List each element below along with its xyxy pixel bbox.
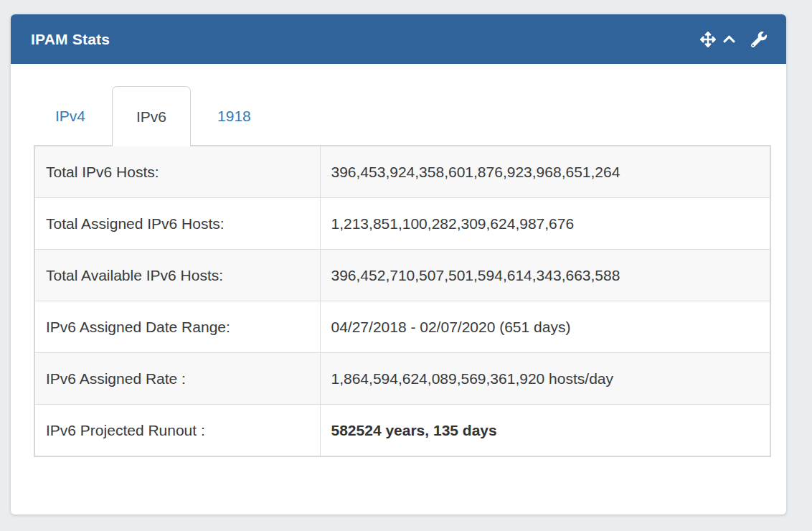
ipv6-stats-table: Total IPv6 Hosts: 396,453,924,358,601,87… [34,145,771,457]
panel-title: IPAM Stats [31,31,110,48]
table-row: IPv6 Projected Runout : 582524 years, 13… [34,405,770,457]
table-row: Total Assigned IPv6 Hosts: 1,213,851,100… [34,198,770,250]
row-value: 1,864,594,624,089,569,361,920 hosts/day [320,353,770,405]
tab-bar: IPv4 IPv6 1918 [31,86,786,145]
table-row: Total IPv6 Hosts: 396,453,924,358,601,87… [34,146,770,198]
tab-label: 1918 [217,108,251,125]
table-row: IPv6 Assigned Rate : 1,864,594,624,089,5… [34,353,770,405]
row-value: 396,453,924,358,601,876,923,968,651,264 [320,146,770,198]
panel-header: IPAM Stats [11,14,786,64]
tab-ipv6[interactable]: IPv6 [112,86,191,146]
table-row: Total Available IPv6 Hosts: 396,452,710,… [34,250,770,301]
row-label: IPv6 Assigned Date Range: [34,301,320,353]
row-label: IPv6 Projected Runout : [34,405,320,457]
row-label: Total Available IPv6 Hosts: [34,250,320,301]
row-value: 1,213,851,100,282,309,624,987,676 [320,198,770,250]
tab-label: IPv4 [55,108,85,125]
panel-body: IPv4 IPv6 1918 Total IPv6 Hosts: 396,453… [11,86,786,457]
row-label: Total IPv6 Hosts: [34,146,320,198]
panel-header-actions [694,32,767,47]
tab-label: IPv6 [136,108,166,126]
row-value: 04/27/2018 - 02/07/2020 (651 days) [320,301,770,353]
row-label: IPv6 Assigned Rate : [34,353,320,405]
tab-1918[interactable]: 1918 [193,86,275,145]
table-row: IPv6 Assigned Date Range: 04/27/2018 - 0… [34,301,770,353]
move-icon[interactable] [700,32,716,47]
row-value: 582524 years, 135 days [320,405,770,457]
collapse-icon[interactable] [722,32,736,46]
page-background: IPAM Stats IPv4 IPv6 1918 Total IPv6 Hos… [0,0,812,531]
row-label: Total Assigned IPv6 Hosts: [34,198,320,250]
settings-wrench-icon[interactable] [751,32,767,47]
ipam-stats-panel: IPAM Stats IPv4 IPv6 1918 Total IPv6 Hos… [11,14,786,514]
tab-ipv4[interactable]: IPv4 [31,86,110,145]
row-value: 396,452,710,507,501,594,614,343,663,588 [320,250,770,301]
